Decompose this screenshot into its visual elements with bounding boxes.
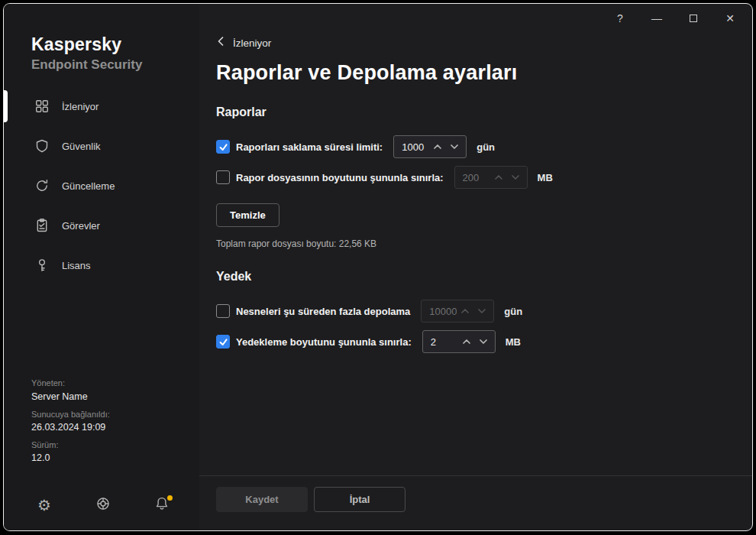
connected-label: Sunucuya bağlanıldı: [31,410,199,420]
shield-icon [34,138,50,154]
sidebar-item-update[interactable]: Güncelleme [4,166,199,206]
app-logo: Kaspersky Endpoint Security [31,34,199,73]
notification-badge [167,495,173,501]
logo-subtitle: Endpoint Security [31,57,199,73]
backup-duration-unit: gün [504,306,522,317]
sidebar-item-security[interactable]: Güvenlik [4,126,199,166]
backup-size-checkbox[interactable] [216,335,230,349]
report-size-spinner [454,166,528,189]
chevron-down-icon [479,338,488,345]
spinner-up-button[interactable] [429,137,446,157]
report-duration-spinner [393,135,467,158]
window-controls: ? — ✕ [613,11,737,25]
report-size-checkbox[interactable] [216,170,230,184]
report-size-unit: MB [538,172,553,183]
report-duration-input[interactable] [394,141,429,153]
chevron-up-icon [462,338,471,345]
report-duration-row: Raporları saklama süresi limiti: gün [216,135,752,159]
support-icon [95,496,111,514]
backup-size-input[interactable] [423,336,458,348]
sidebar-item-label: Lisans [62,260,91,271]
chevron-down-icon [511,173,520,181]
spinner-down-button[interactable] [473,301,490,321]
app-window: Kaspersky Endpoint Security İzleniyor Gü… [3,3,753,531]
spinner-up-button[interactable] [458,332,475,352]
close-button[interactable]: ✕ [723,11,737,25]
page-title: Raporlar ve Depolama ayarları [216,61,752,85]
spinner-down-button[interactable] [475,332,492,352]
spinner-up-button[interactable] [490,167,507,187]
backup-size-spinner [422,330,496,353]
backup-duration-label: Nesneleri şu süreden fazla depolama [236,306,410,317]
sidebar-info: Yöneten: Server Name Sunucuya bağlanıldı… [31,378,199,471]
gear-icon: ⚙ [37,498,51,513]
sidebar-item-monitoring[interactable]: İzleniyor [4,86,199,126]
chevron-down-icon [477,307,486,315]
reports-section-heading: Raporlar [216,105,752,119]
backup-section-heading: Yedek [216,270,752,284]
maximize-icon [690,15,697,22]
clear-button[interactable]: Temizle [216,203,279,227]
settings-button[interactable]: ⚙ [36,497,53,514]
report-duration-checkbox[interactable] [216,140,230,154]
save-button[interactable]: Kaydet [216,487,308,512]
sidebar-item-label: İzleniyor [62,101,99,112]
report-duration-unit: gün [477,141,495,153]
chevron-up-icon [433,143,442,151]
chevron-up-icon [460,307,470,315]
grid-icon [34,99,50,114]
minimize-button[interactable]: — [650,11,664,25]
sidebar-item-label: Görevler [62,220,100,232]
backup-duration-checkbox[interactable] [216,304,230,318]
cancel-button[interactable]: İptal [314,487,405,512]
refresh-icon [34,178,50,193]
report-duration-label: Raporları saklama süresi limiti: [236,141,383,153]
breadcrumb-label: İzleniyor [233,37,271,49]
backup-size-row: Yedekleme boyutunu şununla sınırla: MB [216,329,752,354]
chevron-down-icon [450,143,459,151]
notifications-button[interactable] [153,497,170,514]
backup-duration-input[interactable] [422,306,457,317]
managed-by-value: Server Name [31,391,199,403]
sidebar-item-label: Güncelleme [62,180,115,192]
spinner-up-button[interactable] [457,301,473,321]
report-size-label: Rapor dosyasının boyutunu şununla sınırl… [236,172,444,183]
support-button[interactable] [95,497,111,514]
backup-size-unit: MB [506,336,521,348]
breadcrumb-back[interactable]: İzleniyor [216,36,271,50]
tasks-icon [34,218,50,233]
chevron-left-icon [216,36,226,50]
footer-bar: Kaydet İptal [199,475,752,530]
chevron-up-icon [494,173,503,181]
backup-size-label: Yedekleme boyutunu şununla sınırla: [236,336,412,348]
total-report-size-text: Toplam rapor dosyası boyutu: 22,56 KB [216,238,752,249]
spinner-down-button[interactable] [446,137,463,157]
version-label: Sürüm: [31,440,199,450]
report-size-input[interactable] [455,172,490,183]
connected-value: 26.03.2024 19:09 [31,422,199,433]
report-size-row: Rapor dosyasının boyutunu şununla sınırl… [216,165,752,190]
backup-duration-row: Nesneleri şu süreden fazla depolama gün [216,299,752,323]
help-button[interactable]: ? [613,11,627,25]
maximize-button[interactable] [687,11,700,25]
sidebar-item-label: Güvenlik [62,141,101,152]
logo-title: Kaspersky [31,34,199,55]
version-value: 12.0 [31,452,199,464]
sidebar-item-license[interactable]: Lisans [4,245,199,285]
backup-duration-spinner [421,300,494,323]
settings-content: İzleniyor Raporlar ve Depolama ayarları … [199,4,752,354]
key-icon [34,258,50,273]
managed-by-label: Yöneten: [31,378,199,388]
sidebar: Kaspersky Endpoint Security İzleniyor Gü… [4,4,199,530]
sidebar-item-tasks[interactable]: Görevler [4,206,199,245]
sidebar-nav: İzleniyor Güvenlik Güncelleme Görevler [4,86,199,285]
main-panel: ? — ✕ İzleniyor Raporlar ve Depolama aya… [199,4,752,530]
sidebar-bottom-icons: ⚙ [36,497,199,514]
spinner-down-button[interactable] [507,167,524,187]
